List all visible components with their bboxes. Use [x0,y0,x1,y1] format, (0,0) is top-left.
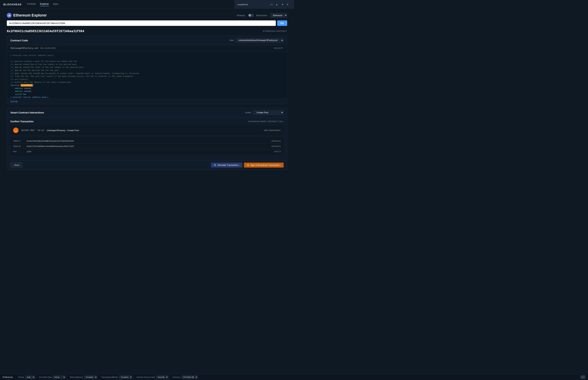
ethereum-icon: ◈ [7,13,12,18]
sign-icon: 🔶 [247,164,249,166]
view-label: View: [229,39,234,41]
action-buttons: 🔷 Simulate Transaction › 🔶 Sign & Broadc… [211,163,284,168]
testnets-section: Testnets: Blockchain: Ethereum Polygon A… [236,13,287,18]
nav-links: Portfolio Explorer Apps [27,2,58,6]
tx-target: UniswapV3Factory › Create Pool [47,129,79,132]
address-bar: Go [7,20,287,26]
param-row-fee: Fee 1234 UINT24 [13,149,281,154]
param-type-token-a: ADDRESS [271,140,281,142]
code-license: GPL-2.0-OR-LATER [40,47,56,49]
search-next-button[interactable]: ▼ [281,3,285,6]
param-row-token-b: Token B 0x6b175474e89094c44da98b954eedea… [13,144,281,149]
blockchain-select[interactable]: Ethereum Polygon Arbitrum [270,13,287,18]
action-select[interactable]: Create Pool Set Owner [253,110,284,115]
search-count: 1/1 [270,3,273,6]
sign-label: Sign & Broadcast Transaction › [250,164,281,166]
tx-address: 0xb36d-28bf [21,129,35,132]
code-body[interactable]: } external view returns (address pool); … [7,51,287,99]
sourcify-label: Sourcify [10,100,18,103]
code-line-2 [10,57,284,60]
contract-type-badge: ETHEREUM CONTRACT [263,30,287,32]
simulate-icon: 🔷 [214,164,216,166]
back-button[interactable]: ‹ Back [10,162,22,168]
param-value-token-b: 0x6b175474e89094c44da98b954eedeac495271d… [27,145,271,148]
tx-row: 🦊 0xb36d-28bf will call UniswapV3Factory… [10,126,284,135]
code-line-4: /// @param tokenA One of the two tokens … [10,63,284,66]
code-filename: IUniswapV3Factory.sol [10,47,38,49]
param-row-token-a: Token A 0x4d224452801ACEd8B2F0aebE155379… [13,138,281,144]
address-input[interactable] [7,20,276,26]
confirm-badge: ETHEREUM SMART CONTRACT CALL [248,121,284,122]
param-value-token-a: 0x4d224452801ACEd8B2F0aebE155379bb5D5943… [27,140,271,142]
action-section: Action Create Pool Set Owner [245,110,284,115]
confirm-tx-header: Confirm Transaction ETHEREUM SMART CONTR… [10,120,284,123]
code-file-info: IUniswapV3Factory.sol GPL-2.0-OR-LATER [10,47,56,49]
top-nav: BLOCKHEAD Portfolio Explorer Apps 1/1 ▲ … [0,0,294,9]
sc-section-header: Smart Contract Interactions Action Creat… [7,108,287,117]
go-button[interactable]: Go [277,20,287,26]
confirm-transaction: Confirm Transaction ETHEREUM SMART CONTR… [7,117,287,160]
page-title-text: Ethereum Explorer [13,13,47,18]
contract-address: 0x1F98431c8aD98523631AE4a59f267346ea31F9… [7,29,84,33]
simulate-button[interactable]: 🔷 Simulate Transaction › [211,163,242,168]
code-line-15: ) external returns (address pool); [10,96,284,99]
param-value-fee: 1234 [27,151,274,153]
contract-code-section: Contract Code View: contracts/interfaces… [7,36,287,104]
tx-avatar: 🦊 [13,128,19,133]
param-name-fee: Fee [13,150,27,153]
code-line-1: } external view returns (address pool); [10,54,284,57]
sourcify-footer[interactable]: Sourcify [7,99,287,104]
code-lang: SOLIDITY [274,47,284,49]
contract-code-header: Contract Code View: contracts/interfaces… [7,36,287,45]
params-table: Token A 0x4d224452801ACEd8B2F0aebE155379… [10,137,284,155]
nav-apps[interactable]: Apps [53,2,58,6]
main-content: ◈ Ethereum Explorer Testnets: Blockchain… [0,9,294,184]
page-header: ◈ Ethereum Explorer Testnets: Blockchain… [7,13,287,18]
search-overlay: 1/1 ▲ ▼ ✕ [234,0,294,9]
code-line-7: /// @dev tokenA and tokenB may be passed… [10,72,284,75]
param-name-token-b: Token B [13,145,27,148]
action-label: Action [245,111,251,114]
nav-portfolio[interactable]: Portfolio [27,2,36,6]
code-line-14: uint24 fee [10,93,284,96]
search-overlay-input[interactable] [237,3,268,6]
code-line-6: /// @param fee The desired fee for the p… [10,69,284,72]
contract-header: 0x1F98431c8aD98523631AE4a59f267346ea31F9… [7,29,287,33]
param-type-fee: UINT24 [274,151,281,152]
code-line-9: /// are invalid. [10,78,284,81]
view-select[interactable]: contracts/interfaces/IUniswapV3Factory.s… [236,38,284,42]
tx-will-call: will call [38,129,44,132]
view-section: View: contracts/interfaces/IUniswapV3Fac… [229,38,284,42]
smart-contract-section: Smart Contract Interactions Action Creat… [7,108,287,170]
blockchain-label: Blockchain: [256,14,268,17]
code-line-10: /// @return pool The address of the newl… [10,81,284,84]
code-file-header: IUniswapV3Factory.sol GPL-2.0-OR-LATER S… [7,45,287,51]
nav-explorer[interactable]: Explorer [40,2,49,6]
code-line-8: /// from the fee. The call will revert i… [10,75,284,78]
page-title: ◈ Ethereum Explorer [7,13,47,18]
contract-code-title: Contract Code [10,39,28,42]
highlighted-function: createPool [20,84,33,87]
tx-params: with 3 parameters: [264,129,281,132]
code-line-11: function createPool( [10,84,284,87]
code-line-13: address tokenB, [10,90,284,93]
search-close-button[interactable]: ✕ [286,3,288,6]
simulate-label: Simulate Transaction › [217,164,239,166]
code-line-12: address tokenA, [10,87,284,90]
testnets-toggle[interactable] [248,14,254,17]
code-line-5: /// @param tokenB The other of the two t… [10,66,284,69]
sign-button[interactable]: 🔶 Sign & Broadcast Transaction › [244,163,284,168]
buttons-row: ‹ Back 🔷 Simulate Transaction › 🔶 Sign &… [7,160,287,170]
param-name-token-a: Token A [13,140,27,142]
testnets-label: Testnets: [236,14,245,17]
sc-section-title: Smart Contract Interactions [10,111,44,114]
code-line-3: /// @notice Creates a pool for the given… [10,60,284,63]
confirm-title: Confirm Transaction [10,120,34,123]
search-prev-button[interactable]: ▲ [275,3,279,6]
param-type-token-b: ADDRESS [271,145,281,147]
logo: BLOCKHEAD [3,3,22,6]
